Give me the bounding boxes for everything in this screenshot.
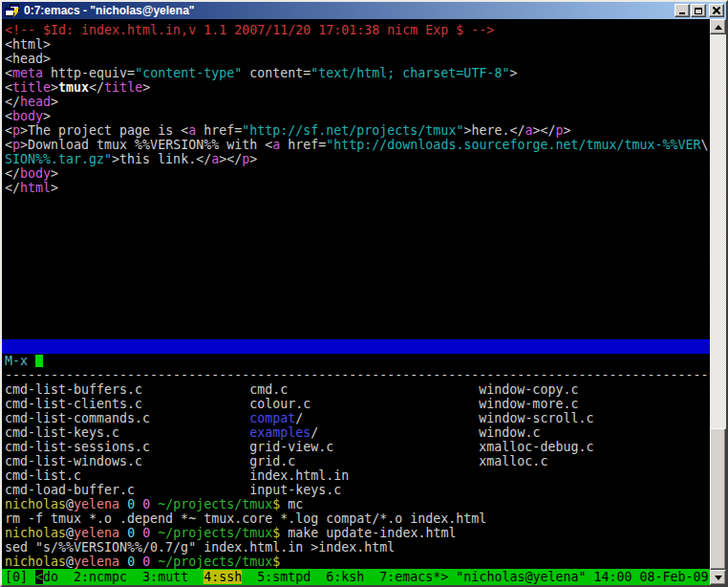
emacs-buffer-line: SION%%.tar.gz">this link.</a></p>: [2, 152, 710, 166]
emacs-modeline: ----:---F1 index.html.in All (2,6) CVS-1…: [2, 339, 710, 354]
close-button[interactable]: [709, 4, 724, 17]
shell-line: sed "s/%%VERSION%%/0.7/g" index.html.in …: [2, 540, 710, 554]
emacs-buffer-line: <p>Download tmux %%VERSION%% with <a hre…: [2, 138, 710, 152]
scrollbar-thumb[interactable]: [710, 428, 726, 570]
status-segment: <: [35, 570, 43, 584]
shell-line: cmd-list-keys.c examples/ window.c: [2, 425, 710, 440]
shell-line: cmd-list-windows.c grid.c xmalloc.c: [2, 454, 710, 468]
emacs-buffer-line: <body>: [2, 109, 710, 123]
status-segment: 5:smtpd 6:ksh 7:emacs*>: [242, 570, 456, 584]
tmux-status-bar: [0] <do 2:ncmpc 3:mutt 4:ssh 5:smtpd 6:k…: [2, 569, 710, 585]
titlebar[interactable]: 0:7:emacs - "nicholas@yelena": [2, 2, 726, 19]
emacs-buffer-line: <p>The project page is <a href="http://s…: [2, 123, 710, 138]
status-segment: 4:ssh: [203, 570, 242, 584]
shell-pane: cmd-list-buffers.c cmd.c window-copy.ccm…: [2, 382, 710, 569]
minibuffer-prompt: M-x: [5, 354, 35, 368]
emacs-buffer-line: <html>: [2, 37, 710, 52]
emacs-buffer-empty-area: [2, 195, 710, 339]
shell-line: nicholas@yelena 0 0 ~/projects/tmux$ mc: [2, 497, 710, 511]
putty-window: 0:7:emacs - "nicholas@yelena" <!-- $Id: …: [0, 0, 728, 587]
shell-line: cmd-load-buffer.c input-keys.c: [2, 483, 710, 497]
shell-line: nicholas@yelena 0 0 ~/projects/tmux$: [2, 554, 710, 569]
emacs-buffer-line: <!-- $Id: index.html.in,v 1.1 2007/11/20…: [2, 23, 710, 37]
status-segment: [0]: [5, 570, 35, 584]
minimize-icon: [679, 12, 685, 14]
status-segment: "nicholas@yelena" 14:00 08-Feb-09: [456, 570, 708, 584]
tmux-pane-separator: ----------------------------------------…: [2, 368, 710, 382]
shell-line: cmd-list-commands.c compat/ window-scrol…: [2, 411, 710, 425]
scrollbar-track[interactable]: [710, 34, 726, 570]
maximize-button[interactable]: [691, 4, 706, 17]
terminal-screen[interactable]: <!-- $Id: index.html.in,v 1.1 2007/11/20…: [2, 19, 710, 585]
emacs-buffer-line: </html>: [2, 181, 710, 195]
scrollbar[interactable]: [710, 19, 726, 585]
emacs-buffer-line: <meta http-equiv="content-type" content=…: [2, 66, 710, 80]
text-cursor: [35, 355, 43, 367]
arrow-up-icon: [715, 25, 722, 30]
putty-icon-front-window: [5, 8, 14, 16]
arrow-down-icon: [715, 576, 722, 580]
close-icon: [713, 7, 720, 14]
putty-app-icon[interactable]: [5, 4, 20, 17]
maximize-icon: [695, 8, 702, 14]
minimize-button[interactable]: [674, 4, 690, 17]
emacs-minibuffer[interactable]: M-x: [2, 354, 710, 368]
titlebar-buttons: [674, 4, 724, 17]
emacs-buffer: <!-- $Id: index.html.in,v 1.1 2007/11/20…: [2, 23, 710, 195]
emacs-buffer-line: <head>: [2, 52, 710, 66]
shell-line: cmd-list-buffers.c cmd.c window-copy.c: [2, 382, 710, 397]
window-title: 0:7:emacs - "nicholas@yelena": [24, 2, 674, 19]
shell-line: cmd-list-sessions.c grid-view.c xmalloc-…: [2, 440, 710, 454]
window-content: <!-- $Id: index.html.in,v 1.1 2007/11/20…: [2, 19, 726, 585]
emacs-buffer-line: </head>: [2, 95, 710, 109]
emacs-buffer-line: </body>: [2, 166, 710, 181]
emacs-buffer-line: <title>tmux</title>: [2, 80, 710, 95]
shell-line: cmd-list.c index.html.in: [2, 468, 710, 483]
status-segment: do 2:ncmpc 3:mutt: [43, 570, 203, 584]
scroll-down-button[interactable]: [710, 570, 726, 585]
shell-line: cmd-list-clients.c colour.c window-more.…: [2, 397, 710, 411]
shell-line: rm -f tmux *.o .depend *~ tmux.core *.lo…: [2, 511, 710, 526]
shell-line: nicholas@yelena 0 0 ~/projects/tmux$ mak…: [2, 526, 710, 540]
scroll-up-button[interactable]: [710, 19, 726, 34]
